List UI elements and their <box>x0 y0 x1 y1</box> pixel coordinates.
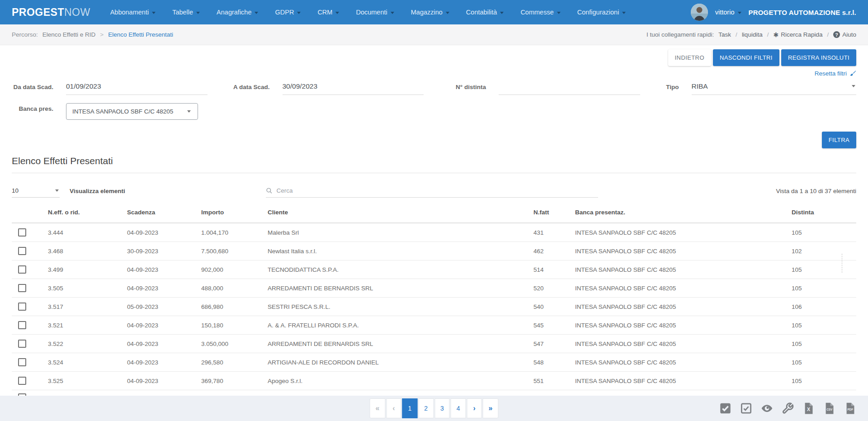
banca-select[interactable]: INTESA SANPAOLO SBF C/C 48205 <box>66 103 198 120</box>
table-row: 3.524 04-09-2023 296,580 ARTIGIAN-ALE DI… <box>12 353 856 372</box>
tipo-select[interactable] <box>692 81 857 95</box>
chevron-down-icon <box>196 12 200 14</box>
cell-banca: INTESA SANPAOLO SBF C/C 48205 <box>575 260 792 279</box>
header-nfatt[interactable]: N.fatt <box>533 203 575 223</box>
register-insoluti-button[interactable]: REGISTRA INSOLUTI <box>781 49 856 66</box>
cell-distinta: 105 <box>792 316 856 335</box>
deselect-all-icon[interactable] <box>740 402 752 415</box>
chevron-down-icon <box>335 12 339 14</box>
cell-neff: 3.517 <box>48 298 127 316</box>
breadcrumb-bar: Percorso: Elenco Effetti e RID > Elenco … <box>0 24 868 45</box>
menu-crm[interactable]: CRM <box>317 9 339 16</box>
n-distinta-input[interactable] <box>499 81 640 95</box>
quick-link-task[interactable]: Task <box>718 31 731 38</box>
quick-links: I tuoi collegamenti rapidi: Task / liqui… <box>646 31 856 38</box>
row-select-checkbox[interactable] <box>18 358 26 366</box>
menu-magazzino[interactable]: Magazzino <box>411 9 449 16</box>
pagination-page-1[interactable]: 1 <box>402 398 417 418</box>
chevron-down-icon <box>297 12 301 14</box>
cell-banca: INTESA SANPAOLO SBF C/C 48205 <box>575 316 792 335</box>
header-banca[interactable]: Banca presentaz. <box>575 203 792 223</box>
menu-abbonamenti[interactable]: Abbonamenti <box>110 9 156 16</box>
filter-n-distinta: N° distinta <box>444 81 640 95</box>
cell-banca: INTESA SANPAOLO SBF C/C 48205 <box>575 372 792 390</box>
row-select-checkbox[interactable] <box>18 377 26 385</box>
asterisk-icon: ✱ <box>773 31 778 38</box>
back-button[interactable]: INDIETRO <box>668 49 711 66</box>
cell-cliente: A. & A. FRATELLI PARODI S.P.A. <box>268 316 533 335</box>
cell-scadenza: 30-09-2023 <box>127 242 201 260</box>
cell-banca: INTESA SANPAOLO SBF C/C 48205 <box>575 353 792 372</box>
quick-link-aiuto[interactable]: ?Aiuto <box>833 31 856 38</box>
row-select-checkbox[interactable] <box>18 284 26 292</box>
hide-filters-button[interactable]: NASCONDI FILTRI <box>713 49 779 66</box>
search-input[interactable] <box>277 187 598 194</box>
menu-gdpr[interactable]: GDPR <box>275 9 301 16</box>
cell-importo: 488,000 <box>201 279 268 298</box>
eye-icon[interactable] <box>761 402 773 415</box>
header-cliente[interactable]: Cliente <box>268 203 533 223</box>
file-excel-icon[interactable]: X <box>802 402 815 415</box>
quick-link-liquidita[interactable]: liquidita <box>742 31 763 38</box>
breadcrumb-current[interactable]: Elenco Effetti Presentati <box>108 31 173 38</box>
row-select-checkbox[interactable] <box>18 247 26 255</box>
row-select-checkbox[interactable] <box>18 340 26 348</box>
menu-anagrafiche[interactable]: Anagrafiche <box>217 9 258 16</box>
pagination-page-3[interactable]: 3 <box>434 398 450 418</box>
username: vittorio <box>715 9 735 16</box>
row-select-checkbox[interactable] <box>18 265 26 274</box>
file-pdf-icon[interactable]: PDF <box>844 402 856 415</box>
cell-importo: 150,180 <box>201 316 268 335</box>
cell-nfatt: 547 <box>533 335 575 353</box>
reset-filters-link[interactable]: Resetta filtri <box>815 70 856 77</box>
pagination-page-2[interactable]: 2 <box>418 398 434 418</box>
file-csv-icon[interactable]: CSV <box>823 402 835 415</box>
banca-label: Banca pres. <box>12 103 53 120</box>
cell-neff: 3.524 <box>48 353 127 372</box>
header-distinta[interactable]: Distinta <box>792 203 856 223</box>
menu-contabilita[interactable]: Contabilità <box>466 9 504 16</box>
table-row: 3.521 04-09-2023 150,180 A. & A. FRATELL… <box>12 316 856 335</box>
da-data-input[interactable] <box>66 81 208 95</box>
pagination-page-4[interactable]: 4 <box>451 398 466 418</box>
header-scadenza[interactable]: Scadenza <box>127 203 201 223</box>
pagination-next[interactable]: › <box>467 398 482 418</box>
select-all-icon[interactable] <box>719 402 731 415</box>
page-size-select[interactable]: 10 <box>12 187 60 198</box>
cell-distinta: 106 <box>792 298 856 316</box>
filtra-button[interactable]: FILTRA <box>822 132 856 148</box>
pagination-last[interactable]: » <box>483 398 499 418</box>
cell-banca: INTESA SANPAOLO SBF C/C 48205 <box>575 335 792 353</box>
quick-separator: / <box>736 31 737 38</box>
search-icon <box>266 187 273 194</box>
breadcrumb-separator: > <box>100 31 104 38</box>
breadcrumb-parent-link[interactable]: Elenco Effetti e RID <box>42 31 96 38</box>
avatar[interactable] <box>691 4 708 21</box>
menu-configurazioni[interactable]: Configurazioni <box>577 9 626 16</box>
menu-commesse[interactable]: Commesse <box>520 9 560 16</box>
cell-neff: 3.521 <box>48 316 127 335</box>
menu-documenti[interactable]: Documenti <box>356 9 394 16</box>
user-menu[interactable]: vittorio <box>715 9 741 16</box>
cell-distinta: 102 <box>792 242 856 260</box>
cell-scadenza: 04-09-2023 <box>127 316 201 335</box>
row-select-checkbox[interactable] <box>18 303 26 311</box>
header-importo[interactable]: Importo <box>201 203 268 223</box>
quick-link-ricerca-rapida[interactable]: ✱Ricerca Rapida <box>773 31 822 38</box>
cell-nfatt: 431 <box>533 223 575 242</box>
row-select-checkbox[interactable] <box>18 321 26 329</box>
main-menu: Abbonamenti Tabelle Anagrafiche GDPR CRM… <box>110 9 626 16</box>
table-row: 3.522 04-09-2023 3.050,000 ARREDAMENTI D… <box>12 335 856 353</box>
quick-links-label: I tuoi collegamenti rapidi: <box>646 31 714 38</box>
row-select-checkbox[interactable] <box>18 228 26 237</box>
app-logo[interactable]: PROGESTNOW <box>12 6 90 19</box>
wrench-icon[interactable] <box>782 402 794 415</box>
cell-scadenza: 05-09-2023 <box>127 298 201 316</box>
menu-tabelle[interactable]: Tabelle <box>172 9 200 16</box>
page-size-value: 10 <box>12 187 19 194</box>
chevron-down-icon <box>152 12 156 14</box>
cell-scadenza: 04-09-2023 <box>127 372 201 390</box>
chevron-down-icon <box>738 12 741 14</box>
a-data-input[interactable] <box>283 81 424 95</box>
header-neff[interactable]: N.eff. o rid. <box>48 203 127 223</box>
